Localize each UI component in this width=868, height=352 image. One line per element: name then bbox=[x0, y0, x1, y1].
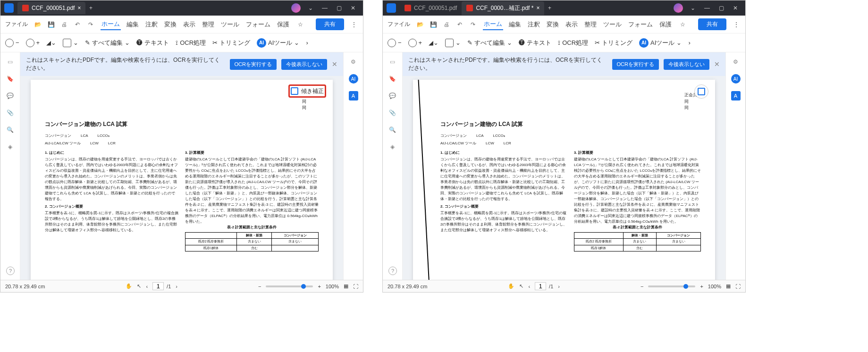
page-input[interactable] bbox=[535, 282, 546, 290]
next-page-button[interactable]: › bbox=[176, 284, 177, 289]
shape-button[interactable]: ⌄ bbox=[63, 39, 78, 47]
ocr-button[interactable]: ⟟ OCR処理 bbox=[176, 39, 206, 47]
menu-home[interactable]: ホーム bbox=[483, 19, 503, 30]
toolbar-overflow-icon[interactable]: › bbox=[306, 39, 308, 46]
menu-tools[interactable]: ツール bbox=[220, 19, 240, 30]
layers-icon[interactable]: ◈ bbox=[388, 142, 397, 151]
edit-all-button[interactable]: ✎ すべて編集⌄ bbox=[85, 39, 130, 47]
layers-icon[interactable]: ◈ bbox=[6, 142, 15, 151]
settings-icon[interactable]: ⚙ bbox=[349, 57, 358, 67]
menu-protect[interactable]: 保護 bbox=[658, 19, 673, 30]
close-tab-icon[interactable]: × bbox=[77, 5, 81, 11]
new-tab-button[interactable]: + bbox=[85, 3, 96, 13]
view-mode-icon[interactable]: ▦ bbox=[726, 283, 731, 289]
minimize-button[interactable]: — bbox=[701, 2, 713, 14]
toolbar-overflow-icon[interactable]: › bbox=[688, 39, 690, 46]
highlight-button[interactable]: ◢⌄ bbox=[46, 39, 56, 46]
open-icon[interactable]: 📂 bbox=[416, 20, 424, 29]
menu-comment[interactable]: 注釈 bbox=[527, 19, 541, 30]
zoom-minus-button[interactable]: − bbox=[640, 284, 643, 289]
ocr-button[interactable]: ⟟ OCR処理 bbox=[558, 39, 588, 47]
favorite-icon[interactable]: ☆ bbox=[296, 20, 304, 29]
document-tab-1[interactable]: CCF_0000…補正.pdf * × bbox=[462, 1, 544, 15]
thumbnail-icon[interactable]: ▭ bbox=[388, 57, 397, 67]
attachment-icon[interactable]: 📎 bbox=[6, 108, 15, 117]
dismiss-banner-button[interactable]: 今後表示しない bbox=[664, 59, 709, 70]
close-banner-icon[interactable]: ✕ bbox=[332, 60, 337, 68]
select-tool-button[interactable]: ↖ bbox=[137, 283, 141, 289]
document-tab-0[interactable]: CCF_000051.pdf bbox=[400, 2, 462, 14]
fullscreen-icon[interactable]: ⛶ bbox=[735, 284, 741, 289]
save-icon[interactable]: 💾 bbox=[47, 20, 55, 29]
next-page-button[interactable]: › bbox=[558, 284, 560, 289]
trim-button[interactable]: ✂ トリミング bbox=[212, 39, 250, 47]
hand-tool-button[interactable]: ✋ bbox=[126, 283, 132, 289]
close-banner-icon[interactable]: ✕ bbox=[714, 60, 720, 68]
zoom-in-button[interactable]: + bbox=[26, 39, 40, 47]
thumbnail-icon[interactable]: ▭ bbox=[6, 57, 15, 67]
page-input[interactable] bbox=[152, 282, 164, 290]
run-ocr-button[interactable]: OCRを実行する bbox=[230, 59, 277, 70]
menu-convert[interactable]: 変換 bbox=[163, 19, 177, 30]
ai-tools-button[interactable]: AI AIツール⌄ bbox=[639, 38, 682, 48]
page-viewport[interactable]: 傾き補正 正会員 ○同同 コンバージョン建物の LCA 試算 コンバージョン L… bbox=[20, 76, 343, 280]
run-ocr-button[interactable]: OCRを実行する bbox=[612, 59, 659, 70]
maximize-button[interactable]: ▢ bbox=[715, 2, 727, 14]
file-menu[interactable]: ファイル bbox=[5, 20, 28, 28]
help-icon[interactable]: ? bbox=[388, 267, 397, 275]
deskew-button[interactable]: 傾き補正 bbox=[288, 84, 326, 98]
open-icon[interactable]: 📂 bbox=[34, 20, 42, 29]
menu-comment[interactable]: 注釈 bbox=[144, 19, 159, 30]
zoom-out-button[interactable]: − bbox=[388, 39, 402, 47]
menu-overflow-icon[interactable]: ⋮ bbox=[350, 20, 358, 29]
translate-icon[interactable]: A bbox=[349, 91, 358, 101]
zoom-in-button[interactable]: + bbox=[408, 39, 422, 47]
zoom-slider-thumb[interactable] bbox=[301, 284, 306, 289]
undo-icon[interactable]: ↶ bbox=[73, 20, 82, 29]
prev-page-button[interactable]: ‹ bbox=[528, 284, 530, 289]
view-mode-icon[interactable]: ▦ bbox=[344, 283, 348, 289]
edit-all-button[interactable]: ✎ すべて編集⌄ bbox=[467, 39, 512, 47]
bookmark-icon[interactable]: 🔖 bbox=[388, 74, 397, 84]
menu-convert[interactable]: 変換 bbox=[546, 19, 560, 30]
file-menu[interactable]: ファイル bbox=[388, 20, 410, 28]
search-icon[interactable]: 🔍 bbox=[388, 125, 397, 134]
zoom-out-button[interactable]: − bbox=[5, 39, 19, 47]
minimize-button[interactable]: — bbox=[319, 2, 331, 14]
share-button[interactable]: 共有 bbox=[316, 18, 344, 30]
ai-tools-button[interactable]: AI AIツール⌄ bbox=[257, 38, 299, 48]
print-icon[interactable]: 🖨 bbox=[60, 20, 68, 29]
print-icon[interactable]: 🖨 bbox=[442, 20, 451, 29]
zoom-slider[interactable] bbox=[648, 285, 695, 287]
share-button[interactable]: 共有 bbox=[698, 18, 726, 30]
menu-form[interactable]: フォーム bbox=[627, 19, 654, 30]
menu-protect[interactable]: 保護 bbox=[276, 19, 290, 30]
menu-view[interactable]: 表示 bbox=[565, 19, 579, 30]
page-viewport[interactable]: 正会員 ○同同 コンバージョン建物の LCA 試算 コンバージョン LCA LC… bbox=[403, 76, 725, 280]
zoom-minus-button[interactable]: − bbox=[258, 284, 261, 289]
shape-button[interactable]: ⌄ bbox=[445, 39, 461, 47]
settings-icon[interactable]: ⚙ bbox=[731, 57, 741, 67]
prev-page-button[interactable]: ‹ bbox=[146, 284, 148, 289]
deskew-icon-button[interactable] bbox=[694, 84, 708, 99]
new-tab-button[interactable]: + bbox=[544, 3, 555, 13]
attachment-icon[interactable]: 📎 bbox=[388, 108, 397, 117]
annotation-icon[interactable]: 💬 bbox=[6, 91, 15, 101]
window-close-button[interactable]: ✕ bbox=[729, 2, 742, 14]
window-close-button[interactable]: ✕ bbox=[347, 2, 359, 14]
menu-tools[interactable]: ツール bbox=[602, 19, 623, 30]
trim-button[interactable]: ✂ トリミング bbox=[595, 39, 632, 47]
highlight-button[interactable]: ◢⌄ bbox=[429, 39, 438, 46]
redo-icon[interactable]: ↷ bbox=[469, 20, 477, 29]
text-button[interactable]: 🅣 テキスト bbox=[136, 39, 169, 47]
help-icon[interactable]: ? bbox=[6, 267, 15, 275]
user-avatar-icon[interactable] bbox=[291, 3, 301, 13]
menu-home[interactable]: ホーム bbox=[101, 19, 121, 30]
zoom-plus-button[interactable]: + bbox=[700, 284, 703, 289]
user-avatar-icon[interactable] bbox=[674, 3, 683, 13]
chevron-down-icon[interactable]: ⌄ bbox=[304, 2, 317, 14]
ai-assistant-icon[interactable]: AI bbox=[731, 74, 741, 84]
text-button[interactable]: 🅣 テキスト bbox=[519, 39, 551, 47]
favorite-icon[interactable]: ☆ bbox=[678, 20, 687, 29]
undo-icon[interactable]: ↶ bbox=[455, 20, 464, 29]
